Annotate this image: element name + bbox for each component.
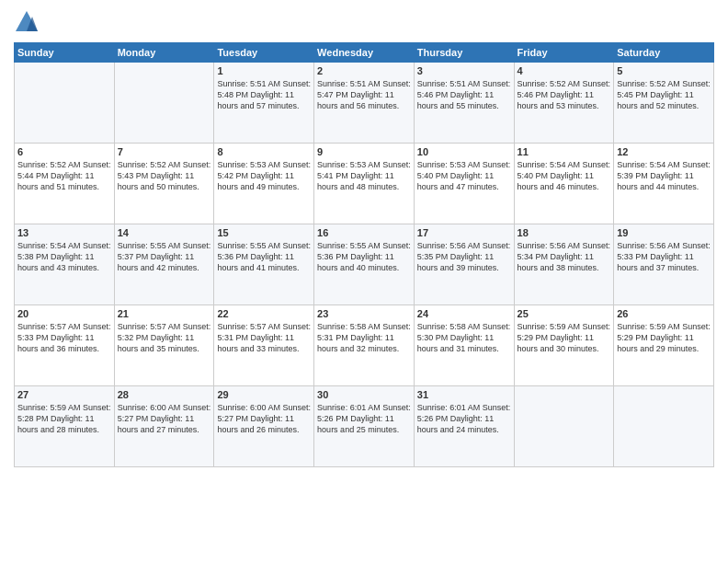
calendar-cell: 24Sunrise: 5:58 AM Sunset: 5:30 PM Dayli… [414,305,514,386]
calendar-cell: 12Sunrise: 5:54 AM Sunset: 5:39 PM Dayli… [614,144,714,224]
calendar-cell [114,63,214,144]
header-cell-tuesday: Tuesday [214,43,314,63]
header-cell-wednesday: Wednesday [314,43,415,63]
day-number: 27 [17,389,111,400]
day-info: Sunrise: 5:51 AM Sunset: 5:46 PM Dayligh… [417,78,511,111]
week-row-4: 20Sunrise: 5:57 AM Sunset: 5:33 PM Dayli… [15,305,714,386]
day-info: Sunrise: 5:56 AM Sunset: 5:33 PM Dayligh… [617,240,711,273]
day-info: Sunrise: 6:00 AM Sunset: 5:27 PM Dayligh… [118,402,211,435]
calendar-cell: 29Sunrise: 6:00 AM Sunset: 5:27 PM Dayli… [214,386,314,467]
day-number: 2 [317,65,411,76]
calendar-cell: 1Sunrise: 5:51 AM Sunset: 5:48 PM Daylig… [214,63,314,144]
day-info: Sunrise: 5:55 AM Sunset: 5:36 PM Dayligh… [317,240,411,273]
header [14,9,714,35]
calendar-cell: 21Sunrise: 5:57 AM Sunset: 5:32 PM Dayli… [114,305,214,386]
week-row-1: 1Sunrise: 5:51 AM Sunset: 5:48 PM Daylig… [15,63,714,144]
day-number: 16 [317,227,411,238]
page: SundayMondayTuesdayWednesdayThursdayFrid… [0,0,728,563]
calendar-cell: 19Sunrise: 5:56 AM Sunset: 5:33 PM Dayli… [614,224,714,305]
calendar-cell: 18Sunrise: 5:56 AM Sunset: 5:34 PM Dayli… [514,224,614,305]
calendar-cell: 14Sunrise: 5:55 AM Sunset: 5:37 PM Dayli… [114,224,214,305]
calendar-cell: 8Sunrise: 5:53 AM Sunset: 5:42 PM Daylig… [214,144,314,224]
day-number: 29 [217,389,311,400]
day-info: Sunrise: 5:52 AM Sunset: 5:43 PM Dayligh… [118,159,211,192]
day-number: 21 [118,308,211,319]
logo [14,9,43,35]
day-number: 30 [317,389,411,400]
day-info: Sunrise: 5:58 AM Sunset: 5:31 PM Dayligh… [317,321,411,354]
day-number: 25 [518,308,611,319]
day-number: 18 [518,227,611,238]
day-info: Sunrise: 5:56 AM Sunset: 5:34 PM Dayligh… [518,240,611,273]
day-info: Sunrise: 5:52 AM Sunset: 5:46 PM Dayligh… [518,78,611,111]
calendar-cell: 11Sunrise: 5:54 AM Sunset: 5:40 PM Dayli… [514,144,614,224]
week-row-2: 6Sunrise: 5:52 AM Sunset: 5:44 PM Daylig… [15,144,714,224]
calendar-cell: 13Sunrise: 5:54 AM Sunset: 5:38 PM Dayli… [15,224,115,305]
day-info: Sunrise: 5:52 AM Sunset: 5:45 PM Dayligh… [617,78,711,111]
day-info: Sunrise: 5:53 AM Sunset: 5:41 PM Dayligh… [317,159,411,192]
day-number: 31 [417,389,511,400]
header-cell-monday: Monday [114,43,214,63]
day-info: Sunrise: 5:57 AM Sunset: 5:31 PM Dayligh… [217,321,311,354]
day-info: Sunrise: 5:54 AM Sunset: 5:39 PM Dayligh… [617,159,711,192]
day-info: Sunrise: 5:59 AM Sunset: 5:28 PM Dayligh… [17,402,111,435]
day-info: Sunrise: 5:54 AM Sunset: 5:38 PM Dayligh… [17,240,111,273]
day-info: Sunrise: 5:54 AM Sunset: 5:40 PM Dayligh… [518,159,611,192]
calendar-cell: 2Sunrise: 5:51 AM Sunset: 5:47 PM Daylig… [314,63,415,144]
calendar-cell: 15Sunrise: 5:55 AM Sunset: 5:36 PM Dayli… [214,224,314,305]
calendar-cell: 5Sunrise: 5:52 AM Sunset: 5:45 PM Daylig… [614,63,714,144]
day-number: 23 [317,308,411,319]
header-cell-sunday: Sunday [15,43,115,63]
calendar-cell [15,63,115,144]
day-number: 4 [518,65,611,76]
day-number: 5 [617,65,711,76]
day-info: Sunrise: 5:55 AM Sunset: 5:37 PM Dayligh… [118,240,211,273]
day-number: 12 [617,146,711,157]
day-number: 14 [118,227,211,238]
header-cell-friday: Friday [514,43,614,63]
week-row-5: 27Sunrise: 5:59 AM Sunset: 5:28 PM Dayli… [15,386,714,467]
day-info: Sunrise: 5:53 AM Sunset: 5:42 PM Dayligh… [217,159,311,192]
calendar-cell: 23Sunrise: 5:58 AM Sunset: 5:31 PM Dayli… [314,305,415,386]
day-number: 6 [17,146,111,157]
calendar-cell: 10Sunrise: 5:53 AM Sunset: 5:40 PM Dayli… [414,144,514,224]
calendar-cell: 27Sunrise: 5:59 AM Sunset: 5:28 PM Dayli… [15,386,115,467]
day-info: Sunrise: 5:52 AM Sunset: 5:44 PM Dayligh… [17,159,111,192]
day-info: Sunrise: 5:56 AM Sunset: 5:35 PM Dayligh… [417,240,511,273]
day-info: Sunrise: 5:55 AM Sunset: 5:36 PM Dayligh… [217,240,311,273]
day-number: 22 [217,308,311,319]
header-row: SundayMondayTuesdayWednesdayThursdayFrid… [15,43,714,63]
day-number: 11 [518,146,611,157]
logo-icon [14,9,40,35]
calendar-cell: 17Sunrise: 5:56 AM Sunset: 5:35 PM Dayli… [414,224,514,305]
calendar-body: 1Sunrise: 5:51 AM Sunset: 5:48 PM Daylig… [15,63,714,467]
day-number: 19 [617,227,711,238]
header-cell-saturday: Saturday [614,43,714,63]
day-info: Sunrise: 6:00 AM Sunset: 5:27 PM Dayligh… [217,402,311,435]
day-number: 10 [417,146,511,157]
calendar-cell: 20Sunrise: 5:57 AM Sunset: 5:33 PM Dayli… [15,305,115,386]
calendar-cell: 3Sunrise: 5:51 AM Sunset: 5:46 PM Daylig… [414,63,514,144]
day-info: Sunrise: 6:01 AM Sunset: 5:26 PM Dayligh… [317,402,411,435]
calendar-cell [514,386,614,467]
calendar-table: SundayMondayTuesdayWednesdayThursdayFrid… [14,42,714,467]
calendar-cell: 7Sunrise: 5:52 AM Sunset: 5:43 PM Daylig… [114,144,214,224]
day-number: 15 [217,227,311,238]
calendar-cell: 9Sunrise: 5:53 AM Sunset: 5:41 PM Daylig… [314,144,415,224]
day-info: Sunrise: 6:01 AM Sunset: 5:26 PM Dayligh… [417,402,511,435]
calendar-cell: 31Sunrise: 6:01 AM Sunset: 5:26 PM Dayli… [414,386,514,467]
day-info: Sunrise: 5:58 AM Sunset: 5:30 PM Dayligh… [417,321,511,354]
day-info: Sunrise: 5:59 AM Sunset: 5:29 PM Dayligh… [617,321,711,354]
calendar-header: SundayMondayTuesdayWednesdayThursdayFrid… [15,43,714,63]
day-info: Sunrise: 5:59 AM Sunset: 5:29 PM Dayligh… [518,321,611,354]
day-info: Sunrise: 5:57 AM Sunset: 5:33 PM Dayligh… [17,321,111,354]
day-info: Sunrise: 5:53 AM Sunset: 5:40 PM Dayligh… [417,159,511,192]
day-info: Sunrise: 5:57 AM Sunset: 5:32 PM Dayligh… [118,321,211,354]
calendar-cell: 26Sunrise: 5:59 AM Sunset: 5:29 PM Dayli… [614,305,714,386]
day-number: 9 [317,146,411,157]
day-number: 3 [417,65,511,76]
day-info: Sunrise: 5:51 AM Sunset: 5:48 PM Dayligh… [217,78,311,111]
calendar-cell: 25Sunrise: 5:59 AM Sunset: 5:29 PM Dayli… [514,305,614,386]
calendar-cell: 16Sunrise: 5:55 AM Sunset: 5:36 PM Dayli… [314,224,415,305]
day-number: 1 [217,65,311,76]
